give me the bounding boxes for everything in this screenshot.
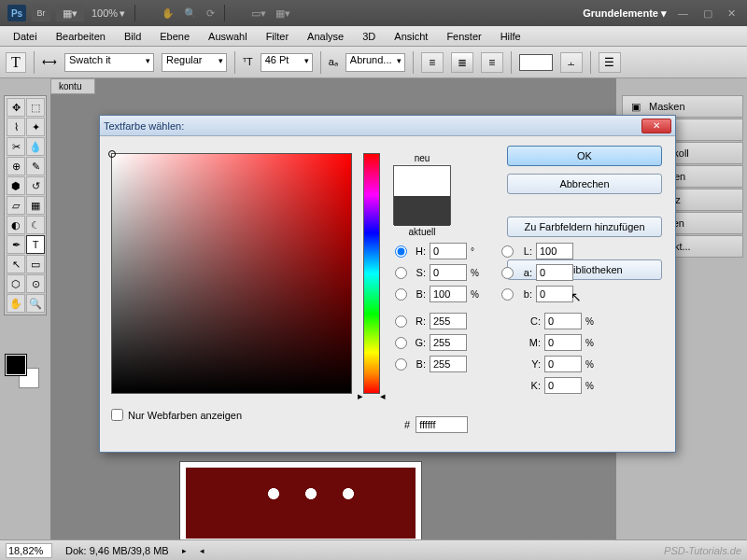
align-left-button[interactable]: ≡: [421, 52, 444, 73]
hex-input[interactable]: [416, 416, 468, 433]
h-input[interactable]: [430, 243, 467, 259]
color-swatches[interactable]: [6, 355, 39, 388]
document-tab[interactable]: kontu: [50, 78, 95, 94]
b-rgb-input[interactable]: [430, 356, 467, 372]
wand-tool[interactable]: ✦: [26, 118, 45, 136]
warp-text-button[interactable]: ⫠: [560, 52, 583, 73]
l-input[interactable]: [536, 243, 573, 259]
zoom-dropdown-icon[interactable]: ▾: [120, 7, 125, 20]
character-panel-button[interactable]: ☰: [599, 52, 621, 73]
s-input[interactable]: [430, 264, 467, 281]
hue-slider[interactable]: [363, 153, 380, 394]
dialog-titlebar[interactable]: Textfarbe wählen: ✕: [100, 116, 675, 136]
crop-tool[interactable]: ✂: [7, 137, 25, 156]
orientation-icon[interactable]: ⟷: [42, 56, 57, 68]
s-radio[interactable]: [395, 267, 407, 279]
b-rgb-radio[interactable]: [395, 358, 407, 371]
layout-dropdown[interactable]: ▦▾: [56, 5, 84, 21]
bridge-button[interactable]: Br: [32, 5, 50, 21]
move-tool[interactable]: ✥: [7, 98, 25, 117]
dodge-tool[interactable]: ☾: [26, 216, 45, 234]
type-tool[interactable]: T: [26, 235, 45, 254]
minimize-button[interactable]: —: [674, 7, 692, 19]
saturation-value-picker[interactable]: [111, 153, 352, 394]
pen-tool[interactable]: ✒: [7, 235, 25, 254]
a-input[interactable]: [536, 264, 573, 281]
path-tool[interactable]: ↖: [7, 255, 25, 273]
foreground-color[interactable]: [6, 355, 26, 375]
hand-tool[interactable]: ✋: [7, 294, 25, 313]
zoom-icon[interactable]: 🔍: [184, 7, 197, 20]
menu-fenster[interactable]: Fenster: [439, 29, 488, 44]
menu-analyse[interactable]: Analyse: [300, 29, 351, 44]
stamp-tool[interactable]: ⬢: [7, 176, 25, 195]
g-radio[interactable]: [395, 337, 407, 349]
3d-tool[interactable]: ⬡: [7, 274, 25, 293]
arrange-icon[interactable]: ▦▾: [275, 7, 290, 20]
c-input[interactable]: [544, 313, 582, 329]
menu-datei[interactable]: Datei: [6, 29, 45, 44]
zoom-field[interactable]: 18,82%: [6, 543, 52, 558]
dialog-close-button[interactable]: ✕: [641, 119, 671, 133]
hand-icon[interactable]: ✋: [162, 7, 175, 20]
text-color-swatch[interactable]: [519, 54, 553, 71]
maximize-button[interactable]: ▢: [699, 7, 716, 20]
menu-3d[interactable]: 3D: [355, 29, 383, 44]
web-safe-checkbox[interactable]: [111, 409, 123, 421]
font-style-combo[interactable]: Regular: [162, 53, 227, 72]
brush-tool[interactable]: ✎: [26, 157, 45, 175]
menu-ebene[interactable]: Ebene: [152, 29, 197, 44]
current-color-swatch[interactable]: [394, 196, 450, 226]
type-tool-icon: T: [6, 52, 26, 73]
lasso-tool[interactable]: ⌇: [7, 118, 25, 136]
ok-button[interactable]: OK: [507, 146, 662, 166]
zoom-tool[interactable]: 🔍: [26, 294, 45, 313]
menu-auswahl[interactable]: Auswahl: [201, 29, 255, 44]
font-size-combo[interactable]: 46 Pt: [261, 53, 313, 72]
antialias-combo[interactable]: Abrund...: [345, 53, 405, 72]
menu-hilfe[interactable]: Hilfe: [493, 29, 529, 44]
menu-bild[interactable]: Bild: [117, 29, 148, 44]
new-label: neu: [393, 153, 451, 163]
status-bar: 18,82% Dok: 9,46 MB/39,8 MB ▸ ◂ PSD-Tuto…: [0, 539, 747, 560]
menu-ansicht[interactable]: Ansicht: [387, 29, 435, 44]
h-radio[interactable]: [395, 245, 407, 258]
b-hsb-input[interactable]: [430, 286, 467, 302]
shape-tool[interactable]: ▭: [26, 255, 45, 273]
cancel-button[interactable]: Abbrechen: [507, 174, 662, 194]
align-center-button[interactable]: ≣: [451, 52, 473, 73]
menu-bearbeiten[interactable]: Bearbeiten: [49, 29, 113, 44]
marquee-tool[interactable]: ⬚: [26, 98, 45, 117]
heal-tool[interactable]: ⊕: [7, 157, 25, 175]
r-input[interactable]: [430, 313, 467, 329]
rotate-icon[interactable]: ⟳: [206, 7, 215, 20]
b-lab-input[interactable]: [536, 286, 573, 302]
menu-filter[interactable]: Filter: [259, 29, 296, 44]
screen-mode-icon[interactable]: ▭▾: [251, 7, 266, 20]
eraser-tool[interactable]: ▱: [7, 196, 25, 215]
l-radio[interactable]: [501, 245, 514, 258]
k-input[interactable]: [544, 377, 582, 394]
eyedropper-tool[interactable]: 💧: [26, 137, 45, 156]
hex-label: #: [404, 419, 410, 430]
m-input[interactable]: [544, 334, 582, 351]
gradient-tool[interactable]: ▦: [26, 196, 45, 215]
workspace-switcher[interactable]: Grundelemente ▾: [583, 7, 667, 20]
a-radio[interactable]: [501, 267, 514, 279]
dialog-title: Textfarbe wählen:: [104, 120, 184, 132]
camera-tool[interactable]: ⊙: [26, 274, 45, 293]
r-radio[interactable]: [395, 315, 407, 328]
doc-info: Dok: 9,46 MB/39,8 MB: [65, 545, 169, 556]
b-lab-radio[interactable]: [501, 288, 514, 301]
y-input[interactable]: [544, 356, 582, 372]
history-brush-tool[interactable]: ↺: [26, 176, 45, 195]
close-button[interactable]: ✕: [724, 7, 740, 20]
align-right-button[interactable]: ≡: [481, 52, 503, 73]
color-picker-dialog: Textfarbe wählen: ✕ ▸◂ neu aktuell OK Ab…: [99, 115, 676, 453]
menu-bar: Datei Bearbeiten Bild Ebene Auswahl Filt…: [0, 26, 747, 47]
b-radio[interactable]: [395, 288, 407, 301]
blur-tool[interactable]: ◐: [7, 216, 25, 234]
font-family-combo[interactable]: Swatch it: [64, 53, 154, 72]
g-input[interactable]: [430, 334, 467, 351]
add-swatch-button[interactable]: Zu Farbfeldern hinzufügen: [507, 217, 662, 237]
